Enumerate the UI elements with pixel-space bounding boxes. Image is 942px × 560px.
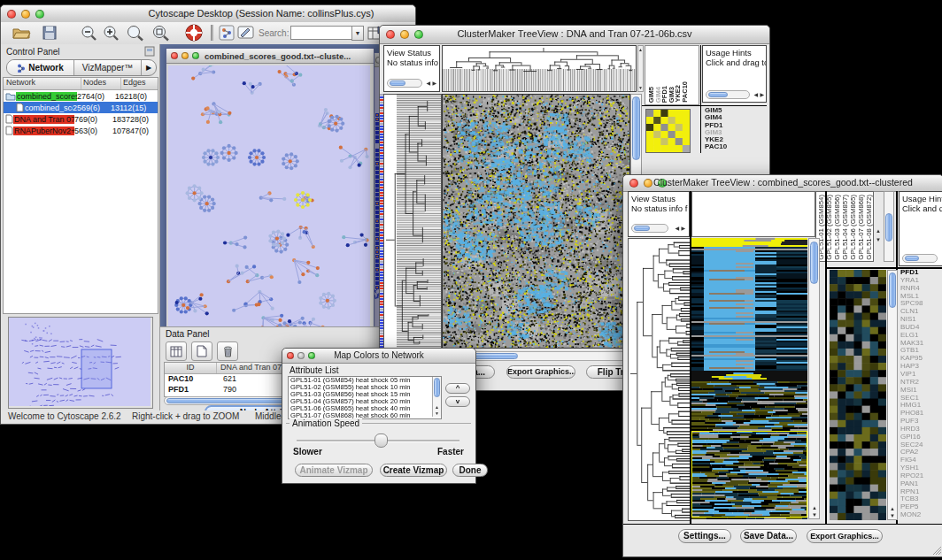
scroll-down-icon[interactable]: ▼ <box>812 512 817 518</box>
scroll-left-icon[interactable]: ◀ <box>426 81 430 86</box>
scroll-left-icon[interactable]: ◀ <box>675 226 679 231</box>
tv2-col-label[interactable]: GPL51-07 (GSM868) <box>857 195 865 260</box>
tv1-vscroll-thumb[interactable] <box>632 96 640 160</box>
tv2-hints-scrollbar[interactable] <box>902 254 938 263</box>
network-view-canvas[interactable] <box>168 65 370 326</box>
tv1-col-label[interactable]: PFD1 <box>660 86 668 103</box>
tv2-gene-label[interactable]: MAK31 <box>900 340 941 348</box>
scroll-up-icon[interactable]: ▲ <box>876 228 881 234</box>
zoom-out-icon[interactable] <box>81 25 98 42</box>
tv2-col-label[interactable]: GPL51-08 (GSM872) <box>865 195 873 260</box>
new-attribute-icon[interactable] <box>191 341 212 361</box>
tv2-status-scrollbar[interactable] <box>631 224 668 233</box>
resize-grip[interactable] <box>931 545 942 556</box>
network-tree-row[interactable]: combined_sco 2569(6) 13112(15) <box>4 102 158 113</box>
tv2-gene-label[interactable]: SEC1 <box>900 395 941 403</box>
network-overview-panel[interactable] <box>8 317 153 409</box>
data-col-id[interactable]: ID <box>165 363 217 373</box>
main-titlebar[interactable]: Cytoscape Desktop (Session Name: collins… <box>1 5 415 23</box>
network-overview-canvas[interactable] <box>9 318 151 406</box>
tv2-gene-label[interactable]: PAN1 <box>900 480 941 488</box>
tv1-export-graphics-button[interactable]: Export Graphics... <box>506 365 575 379</box>
tv2-gene-label[interactable]: GTB1 <box>900 347 941 355</box>
tv2-save-data-button[interactable]: Save Data... <box>740 529 797 543</box>
tv1-status-scrollbar[interactable] <box>387 79 422 88</box>
attribute-list-scroll-thumb[interactable] <box>434 378 440 397</box>
tv2-zoom-scroll-thumb[interactable] <box>889 272 896 308</box>
treeview2-titlebar[interactable]: ClusterMaker TreeView : combined_scores_… <box>623 175 942 192</box>
tv2-gene-label[interactable]: RPN1 <box>900 488 941 496</box>
tv2-labels-scroll-thumb[interactable] <box>885 213 892 242</box>
scroll-right-icon[interactable]: ▶ <box>681 226 685 231</box>
tv2-col-label[interactable]: GPL51-04 (GSM857) <box>841 195 849 260</box>
tv2-zoom-heatmap[interactable] <box>830 270 886 520</box>
scroll-down-icon[interactable]: ▼ <box>435 410 439 416</box>
tab-overflow-button[interactable]: ▶ <box>141 60 156 75</box>
tv2-export-graphics-button[interactable]: Export Graphics... <box>807 529 883 543</box>
tv2-gene-label[interactable]: PUF3 <box>900 418 941 426</box>
tv2-vscroll-thumb[interactable] <box>810 242 818 284</box>
tv2-gene-label[interactable]: GPI16 <box>900 433 941 441</box>
scroll-up-icon[interactable]: ▲ <box>638 47 643 52</box>
tv2-gene-label[interactable]: PEP5 <box>900 503 941 511</box>
dialog-titlebar[interactable]: Map Colors to Network <box>282 349 475 364</box>
tv2-gene-label[interactable]: MON2 <box>900 511 941 519</box>
tv2-gene-label[interactable]: RNR4 <box>900 285 941 293</box>
open-session-button[interactable] <box>12 25 31 41</box>
tv2-gene-label[interactable]: CPA2 <box>900 449 941 456</box>
tv2-gene-label[interactable]: PFD1 <box>900 269 941 277</box>
scroll-up-icon[interactable]: ▲ <box>812 505 817 510</box>
scroll-down-icon[interactable]: ▼ <box>890 513 895 518</box>
tv1-hints-scrollbar[interactable] <box>706 90 750 99</box>
tv2-row-dendrogram[interactable] <box>628 238 691 521</box>
tv2-gene-label[interactable]: CLN1 <box>900 308 941 316</box>
col-header-edges[interactable]: Edges <box>121 78 158 89</box>
tv2-gene-label[interactable]: ELG1 <box>900 332 941 340</box>
tv1-col-label[interactable]: YKE2 <box>674 85 681 103</box>
tv1-gene-label[interactable]: GIM4 <box>705 114 763 121</box>
tv1-hints-scroll-thumb[interactable] <box>708 92 728 97</box>
attribute-list-scrollbar[interactable]: ▲ ▼ <box>432 377 441 417</box>
tv2-hints-scroll-thumb[interactable] <box>905 256 919 261</box>
tv2-vscrollbar[interactable]: ▲ ▼ <box>808 238 820 519</box>
attribute-select-icon[interactable] <box>166 341 187 361</box>
zoom-selected-icon[interactable] <box>151 25 171 42</box>
zoom-in-icon[interactable] <box>103 25 120 42</box>
scroll-left-icon[interactable]: ◀ <box>753 92 758 97</box>
network-tree-row[interactable]: RNAPuberNov2+| 563(0) 107847(0) <box>4 125 158 136</box>
tv2-settings-button[interactable]: Settings... <box>678 529 731 543</box>
tv2-zoom-scrollbar[interactable]: ▲ ▼ <box>887 270 898 520</box>
tv2-gene-label[interactable]: VIP1 <box>900 371 941 379</box>
tv1-hscroll-thumb[interactable] <box>469 353 518 359</box>
frame1-titlebar[interactable]: combined_scores_good.txt--cluste... <box>166 49 374 64</box>
tv2-col-label[interactable]: GPL51-06 (GSM865) <box>849 195 857 260</box>
tv2-gene-label[interactable]: MSI1 <box>900 387 941 395</box>
tv2-gene-label[interactable]: RPO21 <box>900 472 941 480</box>
network-frame-1[interactable]: combined_scores_good.txt--cluste... <box>166 48 374 326</box>
tv2-gene-label[interactable]: FIG4 <box>900 456 941 464</box>
tab-network[interactable]: Network <box>7 60 74 75</box>
tv2-labels-scrollbar[interactable] <box>884 191 894 262</box>
tv1-gene-label[interactable]: PFD1 <box>705 122 763 129</box>
animate-vizmap-button[interactable]: Animate Vizmap <box>295 464 373 477</box>
tv2-top-dendrogram[interactable] <box>691 191 815 237</box>
done-button[interactable]: Done <box>452 464 488 477</box>
tv2-gene-label[interactable]: SEC24 <box>900 441 941 449</box>
tv1-status-scroll-thumb[interactable] <box>390 81 405 86</box>
tv2-gene-label[interactable]: HMG1 <box>900 402 941 410</box>
network-view-icon[interactable] <box>219 25 235 41</box>
tv2-gene-label[interactable]: BUD4 <box>900 324 941 332</box>
tv2-gene-label[interactable]: SPC98 <box>900 300 941 308</box>
tv1-heatmap[interactable] <box>442 94 630 349</box>
search-input[interactable] <box>290 26 354 40</box>
save-session-button[interactable] <box>42 25 58 41</box>
tv1-col-label[interactable]: GIM5 <box>647 87 654 103</box>
frame1-close-button[interactable] <box>171 52 178 59</box>
create-vizmap-button[interactable]: Create Vizmap <box>380 464 447 477</box>
tv2-gene-label[interactable]: NIS1 <box>900 316 941 324</box>
network-tree-row[interactable]: combined_scores 2764(0) 16218(0) <box>4 90 158 102</box>
treeview1-titlebar[interactable]: ClusterMaker TreeView : DNA and Tran 07-… <box>380 26 769 44</box>
tv1-gene-label[interactable]: PAC10 <box>705 143 763 150</box>
scroll-down-icon[interactable]: ▼ <box>876 237 881 242</box>
tv1-gene-label[interactable]: YKE2 <box>705 136 763 143</box>
